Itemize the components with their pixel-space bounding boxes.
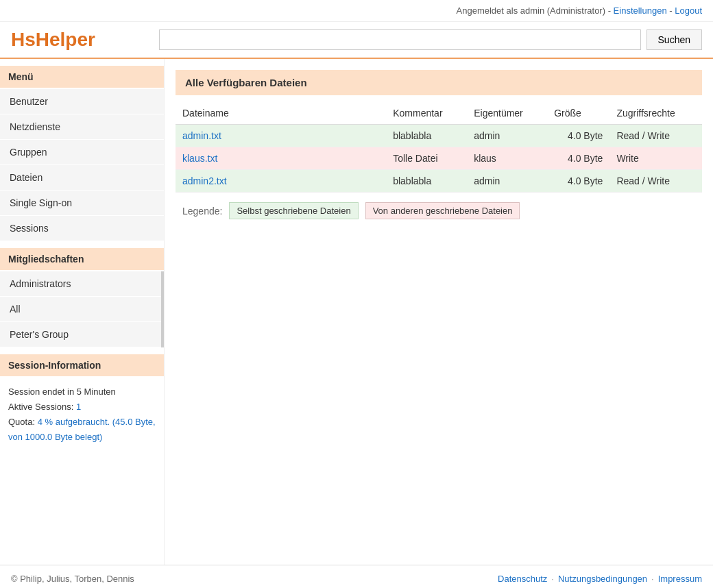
legend-label: Legende: xyxy=(182,206,222,217)
main-layout: Menü BenutzerNetzdiensteGruppenDateienSi… xyxy=(0,59,713,565)
file-comment: blablabla xyxy=(386,170,467,193)
quota-label: Quota: xyxy=(8,417,35,427)
copyright: © Philip, Julius, Torben, Dennis xyxy=(11,574,134,584)
settings-link[interactable]: Einstellungen xyxy=(614,5,667,16)
session-expires: Session endet in 5 Minuten xyxy=(8,384,156,400)
session-title: Session-Information xyxy=(0,354,164,376)
sidebar: Menü BenutzerNetzdiensteGruppenDateienSi… xyxy=(0,59,165,565)
active-sessions-value[interactable]: 1 xyxy=(76,402,81,412)
menu-title: Menü xyxy=(0,66,164,88)
sidebar-item-sessions[interactable]: Sessions xyxy=(0,216,164,241)
file-size: 4.0 Byte xyxy=(547,170,609,193)
legend: Legende: Selbst geschriebene Dateien Von… xyxy=(176,195,702,226)
footer: © Philip, Julius, Torben, Dennis Datensc… xyxy=(0,565,713,588)
session-info: Session endet in 5 Minuten Aktive Sessio… xyxy=(0,378,164,452)
file-link[interactable]: admin.txt xyxy=(182,130,221,141)
sidebar-item-gruppen[interactable]: Gruppen xyxy=(0,140,164,165)
sidebar-item-netzdienste[interactable]: Netzdienste xyxy=(0,114,164,140)
memberships-title: Mitgliedschaften xyxy=(0,248,164,270)
top-bar: Angemeldet als admin (Administrator) - E… xyxy=(0,0,713,22)
file-table: Dateiname Kommentar Eigentümer Größe Zug… xyxy=(176,102,702,193)
file-comment: blablabla xyxy=(386,125,467,147)
file-owner: admin xyxy=(467,170,547,193)
quota: Quota: 4 % aufgebraucht. (45.0 Byte, von… xyxy=(8,415,156,445)
membership-item-administrators[interactable]: Administrators xyxy=(0,271,161,297)
table-header-row: Dateiname Kommentar Eigentümer Größe Zug… xyxy=(176,102,702,125)
col-access: Zugriffsrechte xyxy=(609,102,702,125)
sidebar-item-single-sign-on[interactable]: Single Sign-on xyxy=(0,191,164,216)
sidebar-item-benutzer[interactable]: Benutzer xyxy=(0,89,164,114)
table-row: klaus.txtTolle Dateiklaus4.0 ByteWrite xyxy=(176,147,702,170)
app-logo: HsHelper xyxy=(11,29,148,51)
legend-own: Selbst geschriebene Dateien xyxy=(229,202,358,219)
footer-links: Datenschutz·Nutzungsbedingungen·Impressu… xyxy=(498,574,702,584)
content: Alle Verfügbaren Dateien Dateiname Komme… xyxy=(165,59,713,565)
search-input[interactable] xyxy=(159,29,641,50)
table-row: admin.txtblablablaadmin4.0 ByteRead / Wr… xyxy=(176,125,702,147)
file-access: Read / Write xyxy=(609,125,702,147)
table-row: admin2.txtblablablaadmin4.0 ByteRead / W… xyxy=(176,170,702,193)
file-comment: Tolle Datei xyxy=(386,147,467,170)
file-size: 4.0 Byte xyxy=(547,147,609,170)
memberships-list: AdministratorsAllPeter's Group xyxy=(0,271,164,347)
file-link[interactable]: admin2.txt xyxy=(182,175,227,186)
col-owner: Eigentümer xyxy=(467,102,547,125)
col-comment: Kommentar xyxy=(386,102,467,125)
search-button[interactable]: Suchen xyxy=(646,29,702,50)
col-filename: Dateiname xyxy=(176,102,386,125)
header: HsHelper Suchen xyxy=(0,22,713,59)
footer-link-nutzungsbedingungen[interactable]: Nutzungsbedingungen xyxy=(558,574,647,584)
file-access: Write xyxy=(609,147,702,170)
file-owner: klaus xyxy=(467,147,547,170)
active-sessions: Aktive Sessions: 1 xyxy=(8,400,156,415)
col-size: Größe xyxy=(547,102,609,125)
content-title: Alle Verfügbaren Dateien xyxy=(176,70,702,95)
logout-link[interactable]: Logout xyxy=(675,5,702,16)
membership-item-all[interactable]: All xyxy=(0,297,161,322)
file-link[interactable]: klaus.txt xyxy=(182,153,217,164)
active-sessions-label: Aktive Sessions: xyxy=(8,402,73,412)
file-owner: admin xyxy=(467,125,547,147)
file-access: Read / Write xyxy=(609,170,702,193)
search-bar: Suchen xyxy=(159,29,702,50)
file-size: 4.0 Byte xyxy=(547,125,609,147)
footer-link-impressum[interactable]: Impressum xyxy=(658,574,702,584)
logged-in-text: Angemeldet als admin (Administrator) - xyxy=(457,5,611,16)
legend-other: Von anderen geschriebene Dateien xyxy=(365,202,520,219)
menu-list: BenutzerNetzdiensteGruppenDateienSingle … xyxy=(0,89,164,241)
footer-link-datenschutz[interactable]: Datenschutz xyxy=(498,574,547,584)
sidebar-item-dateien[interactable]: Dateien xyxy=(0,165,164,191)
membership-item-peters-group[interactable]: Peter's Group xyxy=(0,322,161,347)
